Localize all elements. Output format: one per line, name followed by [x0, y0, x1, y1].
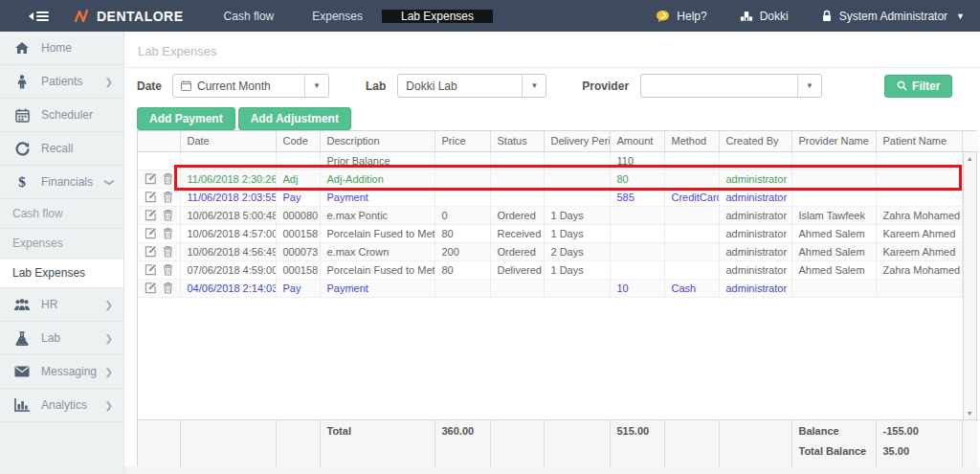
- filter-button[interactable]: Filter: [884, 75, 952, 98]
- edit-icon[interactable]: [145, 263, 157, 278]
- cell-created-by: administrator: [719, 261, 791, 280]
- help-menu[interactable]: Help?: [656, 10, 706, 23]
- cell-provider-name: [791, 170, 876, 189]
- edit-icon[interactable]: [145, 282, 157, 296]
- trash-icon[interactable]: [163, 172, 173, 187]
- trash-icon[interactable]: [163, 227, 173, 241]
- trash-icon[interactable]: [163, 245, 173, 260]
- column-header-created-by[interactable]: Created By: [719, 131, 791, 151]
- column-header-status[interactable]: Status: [490, 131, 544, 151]
- edit-icon[interactable]: [145, 172, 157, 187]
- column-header-patient-name[interactable]: Patient Name: [876, 131, 962, 151]
- cell-created-by: administrator: [719, 189, 791, 207]
- cell-patient-name: Zahra Mohamed: [876, 207, 962, 225]
- table-row[interactable]: 10/06/2018 4:56:49000073e.max Crown200Or…: [138, 243, 962, 261]
- app-logo[interactable]: DENTALORE: [75, 9, 184, 24]
- sidebar-item-hr[interactable]: HR❯: [0, 288, 123, 322]
- cell-provider-name: Islam Tawfeek: [791, 207, 876, 225]
- sidebar-item-lab[interactable]: Lab❯: [0, 322, 123, 355]
- sidebar-item-label: Patients: [41, 75, 82, 88]
- table-row[interactable]: Prior Balance110: [138, 152, 962, 170]
- lab-filter-arrow-icon[interactable]: ▼: [522, 75, 546, 97]
- table-row[interactable]: 10/06/2018 5:00:48000080e.max Pontic0Ord…: [138, 207, 962, 225]
- scroll-up-icon[interactable]: ▲: [964, 155, 977, 162]
- edit-icon[interactable]: [145, 245, 157, 260]
- table-scrollbar[interactable]: ▲ ▼: [963, 152, 977, 419]
- column-header-price[interactable]: Price: [434, 131, 490, 151]
- sidebar-collapse-icon[interactable]: [29, 11, 49, 21]
- cell-description: Porcelain Fused to Metal ...: [320, 261, 434, 280]
- clinic-menu[interactable]: Dokki: [740, 10, 789, 23]
- cell-date: 10/06/2018 5:00:48: [180, 207, 276, 225]
- cell-description: Adj-Addition: [320, 170, 434, 189]
- provider-filter-arrow-icon[interactable]: ▼: [797, 75, 821, 97]
- table-row[interactable]: 04/06/2018 2:14:03PayPayment10Cashadmini…: [138, 280, 962, 298]
- table-row[interactable]: 11/06/2018 2:03:55PayPayment585CreditCar…: [138, 189, 962, 207]
- lab-filter-select[interactable]: Dokki Lab ▼: [397, 74, 546, 98]
- cell-amount: 80: [610, 170, 664, 189]
- sidebar-item-recall[interactable]: Recall: [0, 132, 123, 166]
- cell-amount: [610, 243, 664, 261]
- trash-icon[interactable]: [163, 282, 173, 296]
- column-header-date[interactable]: Date: [180, 131, 276, 151]
- table-row[interactable]: 10/06/2018 4:57:00000158Porcelain Fused …: [138, 225, 962, 243]
- chevron-down-icon: ❯: [103, 178, 114, 186]
- cell-status: [490, 152, 544, 170]
- cell-price: [434, 280, 490, 298]
- column-header-code[interactable]: Code: [276, 131, 320, 151]
- scroll-down-icon[interactable]: ▼: [964, 410, 977, 417]
- column-header-scroll-spacer: [962, 131, 978, 151]
- table-row[interactable]: 11/06/2018 2:30:26AdjAdj-Addition80admin…: [138, 170, 962, 189]
- main-content: Lab Expenses Date Current Month ▼ Lab Do…: [124, 32, 980, 474]
- cell-created-by: administrator: [719, 280, 791, 298]
- nav-tab-lab-expenses[interactable]: Lab Expenses: [382, 10, 493, 23]
- trash-icon[interactable]: [163, 209, 173, 223]
- lock-icon: [821, 10, 833, 22]
- sidebar-item-label: Financials: [41, 175, 93, 189]
- nav-tab-cash-flow[interactable]: Cash flow: [205, 10, 294, 23]
- clinic-icon: [740, 10, 753, 22]
- sidebar-item-home[interactable]: Home: [0, 32, 123, 65]
- brand-name: DENTALORE: [97, 9, 184, 24]
- trash-icon[interactable]: [163, 263, 173, 278]
- help-label: Help?: [677, 10, 706, 23]
- sidebar-item-lab-expenses[interactable]: Lab Expenses: [0, 259, 123, 288]
- cell-amount: [610, 207, 664, 225]
- column-header-method[interactable]: Method: [664, 131, 719, 151]
- add-payment-button[interactable]: Add Payment: [137, 107, 235, 130]
- date-filter-select[interactable]: Current Month ▼: [172, 74, 329, 98]
- row-actions-cell: [138, 280, 180, 298]
- cell-date: 10/06/2018 4:57:00: [180, 225, 276, 243]
- sidebar-item-patients[interactable]: Patients❯: [0, 65, 123, 99]
- column-header-amount[interactable]: Amount: [610, 131, 664, 151]
- sidebar-item-scheduler[interactable]: Scheduler: [0, 99, 123, 132]
- column-header-icons[interactable]: [138, 131, 180, 151]
- users-icon: [12, 299, 32, 311]
- provider-filter-select[interactable]: ▼: [640, 74, 822, 98]
- cell-amount: [610, 261, 664, 280]
- cell-code: 000080: [276, 207, 320, 225]
- cell-delivery-period: [544, 152, 610, 170]
- edit-icon[interactable]: [145, 191, 157, 205]
- add-adjustment-button[interactable]: Add Adjustment: [238, 107, 351, 130]
- trash-icon[interactable]: [163, 191, 173, 205]
- sidebar-item-cash-flow[interactable]: Cash flow: [0, 199, 123, 229]
- sidebar-item-expenses[interactable]: Expenses: [0, 229, 123, 259]
- sidebar-item-financials[interactable]: $Financials❯: [0, 166, 123, 199]
- nav-tab-expenses[interactable]: Expenses: [293, 10, 382, 23]
- user-menu[interactable]: System Administrator ▼: [821, 10, 965, 23]
- cell-description: Porcelain Fused to Metal ...: [320, 225, 434, 243]
- date-filter-arrow-icon[interactable]: ▼: [304, 75, 328, 97]
- sidebar-item-messaging[interactable]: Messaging❯: [0, 355, 123, 389]
- cell-delivery-period: [544, 280, 610, 298]
- column-header-description[interactable]: Description: [320, 131, 434, 151]
- table-row[interactable]: 07/06/2018 4:59:00000158Porcelain Fused …: [138, 261, 962, 280]
- edit-icon[interactable]: [145, 227, 157, 241]
- flask-icon: [12, 331, 32, 346]
- edit-icon[interactable]: [145, 209, 157, 223]
- cell-description: Payment: [320, 189, 434, 207]
- column-header-delivery-period[interactable]: Delivery Period: [544, 131, 610, 151]
- column-header-provider-name[interactable]: Provider Name: [791, 131, 876, 151]
- cell-patient-name: Kareem Ahmed: [876, 243, 962, 261]
- sidebar-item-analytics[interactable]: Analytics❯: [0, 389, 123, 422]
